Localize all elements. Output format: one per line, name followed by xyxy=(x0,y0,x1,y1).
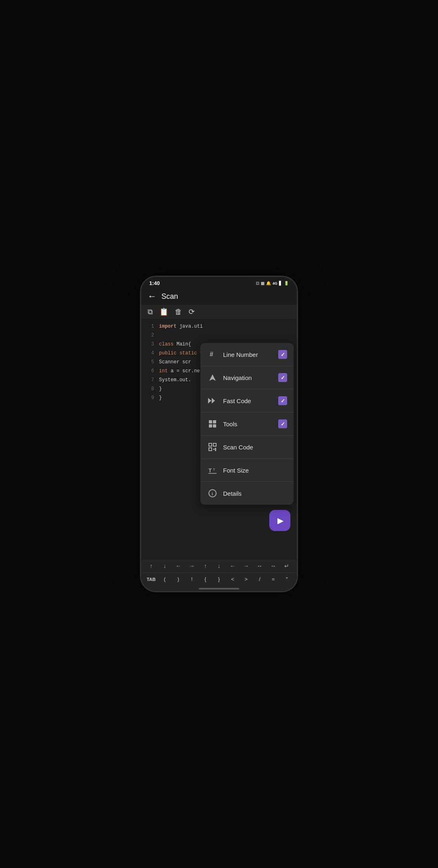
svg-marker-3 xyxy=(212,398,215,404)
code-text-4: public static v xyxy=(159,350,203,356)
svg-text:i: i xyxy=(212,491,213,496)
hash-icon: # xyxy=(207,349,218,360)
paren-open-key[interactable]: ( xyxy=(158,574,171,584)
arrow-down-1[interactable]: ↓ xyxy=(158,561,171,571)
brace-open-key[interactable]: { xyxy=(199,574,212,584)
menu-item-fast-code[interactable]: Fast Code xyxy=(200,389,294,412)
delete-icon[interactable]: 🗑 xyxy=(175,308,182,316)
refresh-icon[interactable]: ⟳ xyxy=(189,307,195,316)
app-title: Scan xyxy=(161,292,178,301)
toolbar: ⧉ 📋 🗑 ⟳ xyxy=(141,305,297,319)
status-icons: ⊡ ▦ 🔔 4G ▋ 🔋 xyxy=(256,281,289,285)
arrow-expand-right[interactable]: ↔ xyxy=(266,561,280,571)
clipboard-icon[interactable]: 📋 xyxy=(159,307,168,316)
menu-item-font-size[interactable]: T T Font Size xyxy=(200,459,294,482)
arrow-expand-left[interactable]: ↔ xyxy=(253,561,266,571)
arrow-left-2[interactable]: ← xyxy=(226,561,239,571)
svg-rect-8 xyxy=(209,443,212,446)
svg-marker-2 xyxy=(208,398,211,404)
signal-bars-icon: ▋ xyxy=(279,281,282,285)
phone-screen: 1:40 ⊡ ▦ 🔔 4G ▋ 🔋 ← Scan ⧉ 📋 🗑 ⟳ xyxy=(141,277,297,591)
menu-item-navigation[interactable]: Navigation xyxy=(200,366,294,389)
dropdown-menu: # Line Number Navigation xyxy=(200,343,294,505)
line-num-5: 5 xyxy=(144,359,154,365)
arrow-row: ↑ ↓ ← → ↑ ↓ ← → ↔ ↔ ↵ xyxy=(141,559,297,573)
line-number-checkbox[interactable] xyxy=(278,350,287,359)
svg-text:T: T xyxy=(208,467,212,473)
arrow-up-1[interactable]: ↑ xyxy=(144,561,158,571)
scan-code-label: Scan Code xyxy=(223,444,287,451)
line-num-3: 3 xyxy=(144,341,154,347)
svg-rect-4 xyxy=(209,420,212,423)
phone-frame: 1:40 ⊡ ▦ 🔔 4G ▋ 🔋 ← Scan ⧉ 📋 🗑 ⟳ xyxy=(140,276,298,592)
home-indicator xyxy=(199,588,239,589)
menu-item-tools[interactable]: Tools xyxy=(200,412,294,436)
exclaim-key[interactable]: ! xyxy=(185,574,198,584)
arrow-right-2[interactable]: → xyxy=(239,561,253,571)
tools-checkbox[interactable] xyxy=(278,419,287,428)
details-icon: i xyxy=(207,488,218,499)
app-bar: ← Scan xyxy=(141,288,297,305)
equals-key[interactable]: = xyxy=(266,574,280,584)
fast-code-checkbox[interactable] xyxy=(278,396,287,405)
svg-rect-10 xyxy=(209,448,212,451)
tools-label: Tools xyxy=(223,421,278,428)
quote-key[interactable]: " xyxy=(280,574,294,584)
navigation-label: Navigation xyxy=(223,374,278,381)
arrow-up-2[interactable]: ↑ xyxy=(199,561,212,571)
arrow-down-2[interactable]: ↓ xyxy=(212,561,225,571)
navigation-icon xyxy=(207,372,218,383)
signal-4g-icon: 4G xyxy=(273,281,277,285)
line-num-1: 1 xyxy=(144,324,154,329)
run-icon: ▶ xyxy=(277,516,283,525)
arrow-right-1[interactable]: → xyxy=(185,561,198,571)
svg-rect-9 xyxy=(213,443,216,446)
tools-icon xyxy=(207,418,218,430)
menu-item-line-number[interactable]: # Line Number xyxy=(200,343,294,366)
back-button[interactable]: ← xyxy=(148,291,157,302)
svg-rect-12 xyxy=(215,448,216,451)
run-button[interactable]: ▶ xyxy=(269,510,290,531)
svg-text:#: # xyxy=(210,351,213,358)
brace-close-key[interactable]: } xyxy=(212,574,225,584)
svg-rect-7 xyxy=(213,424,216,428)
svg-marker-1 xyxy=(209,374,216,381)
svg-rect-11 xyxy=(213,449,215,450)
code-text-9: } xyxy=(159,395,162,401)
status-bar: 1:40 ⊡ ▦ 🔔 4G ▋ 🔋 xyxy=(141,277,297,288)
code-text-1: import java.uti xyxy=(159,324,203,329)
code-text-3: class Main{ xyxy=(159,341,191,347)
svg-text:T: T xyxy=(213,468,215,472)
line-num-8: 8 xyxy=(144,386,154,392)
arrow-left-1[interactable]: ← xyxy=(172,561,185,571)
vol-icon: ▦ xyxy=(261,281,264,285)
paren-close-key[interactable]: ) xyxy=(172,574,185,584)
arrow-return[interactable]: ↵ xyxy=(280,561,294,571)
code-line-2: 2 xyxy=(141,331,297,340)
code-text-7: System.out. xyxy=(159,377,191,383)
menu-item-details[interactable]: i Details xyxy=(200,482,294,505)
special-row: TAB ( ) ! { } < > / = " xyxy=(141,573,297,585)
scan-code-icon xyxy=(207,441,218,453)
fast-code-icon xyxy=(207,395,218,406)
details-label: Details xyxy=(223,490,287,497)
mute-icon: 🔔 xyxy=(266,281,271,285)
line-num-6: 6 xyxy=(144,368,154,374)
keyboard-area: ↑ ↓ ← → ↑ ↓ ← → ↔ ↔ ↵ TAB ( ) ! { } < > xyxy=(141,559,297,591)
svg-rect-5 xyxy=(213,420,216,423)
less-than-key[interactable]: < xyxy=(226,574,239,584)
svg-rect-6 xyxy=(209,424,212,428)
fast-code-label: Fast Code xyxy=(223,397,278,404)
copy-icon[interactable]: ⧉ xyxy=(148,308,153,316)
font-size-icon: T T xyxy=(207,464,218,476)
menu-item-scan-code[interactable]: Scan Code xyxy=(200,436,294,459)
navigation-checkbox[interactable] xyxy=(278,373,287,382)
status-time: 1:40 xyxy=(149,280,160,286)
greater-than-key[interactable]: > xyxy=(239,574,253,584)
tab-key[interactable]: TAB xyxy=(144,575,158,583)
code-line-1: 1 import java.uti xyxy=(141,322,297,331)
slash-key[interactable]: / xyxy=(253,574,266,584)
font-size-label: Font Size xyxy=(223,467,287,474)
battery-icon: 🔋 xyxy=(284,281,289,285)
code-text-5: Scanner scr xyxy=(159,359,191,365)
